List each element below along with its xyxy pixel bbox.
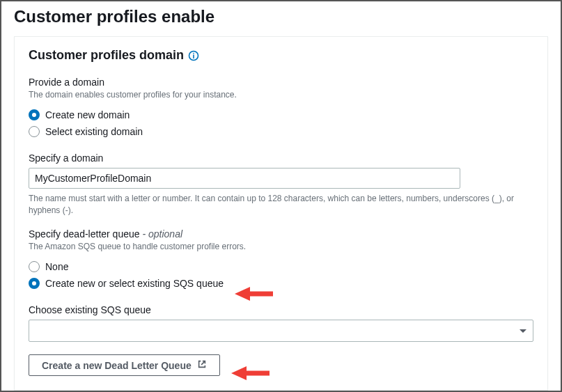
specify-domain-label: Specify a domain (29, 152, 533, 164)
radio-label: Create new domain (45, 109, 130, 120)
domain-panel: Customer profiles domain Provide a domai… (14, 36, 548, 391)
specify-domain-hint: The name must start with a letter or num… (29, 193, 533, 217)
dlq-group: Specify dead-letter queue - optional The… (29, 228, 533, 292)
dlq-optional: - optional (140, 228, 182, 240)
radio-label: Create new or select existing SQS queue (45, 278, 224, 289)
dlq-label: Specify dead-letter queue - optional (29, 228, 533, 240)
sqs-queue-select[interactable] (29, 320, 533, 342)
radio-dlq-none[interactable]: None (29, 258, 533, 275)
create-dlq-button-label: Create a new Dead Letter Queue (42, 360, 192, 371)
specify-domain-group: Specify a domain The name must start wit… (29, 152, 533, 217)
page-title: Customer profiles enable (1, 1, 561, 36)
radio-label: None (45, 261, 68, 272)
external-link-icon (197, 359, 207, 371)
radio-select-existing-domain[interactable]: Select existing domain (29, 123, 533, 140)
radio-icon (29, 261, 40, 272)
provide-domain-group: Provide a domain The domain enables cust… (29, 77, 533, 140)
radio-dlq-create-or-select[interactable]: Create new or select existing SQS queue (29, 275, 533, 292)
choose-queue-label: Choose existing SQS queue (29, 304, 533, 315)
create-dlq-button[interactable]: Create a new Dead Letter Queue (29, 354, 220, 376)
provide-domain-label: Provide a domain (29, 77, 533, 88)
panel-title: Customer profiles domain (29, 48, 184, 63)
domain-name-input[interactable] (29, 168, 460, 189)
choose-queue-group: Choose existing SQS queue (29, 304, 533, 342)
svg-point-2 (193, 52, 194, 54)
radio-icon (29, 278, 40, 289)
dlq-hint: The Amazon SQS queue to handle customer … (29, 241, 533, 253)
radio-icon (29, 109, 40, 120)
create-dlq-row: Create a new Dead Letter Queue (29, 354, 533, 376)
provide-domain-hint: The domain enables customer profiles for… (29, 89, 533, 101)
radio-create-new-domain[interactable]: Create new domain (29, 107, 533, 123)
radio-label: Select existing domain (45, 126, 143, 137)
radio-icon (29, 126, 40, 137)
info-icon[interactable] (188, 50, 199, 61)
caret-down-icon (519, 325, 527, 336)
panel-header: Customer profiles domain (15, 37, 547, 71)
dlq-label-text: Specify dead-letter queue (29, 228, 140, 240)
